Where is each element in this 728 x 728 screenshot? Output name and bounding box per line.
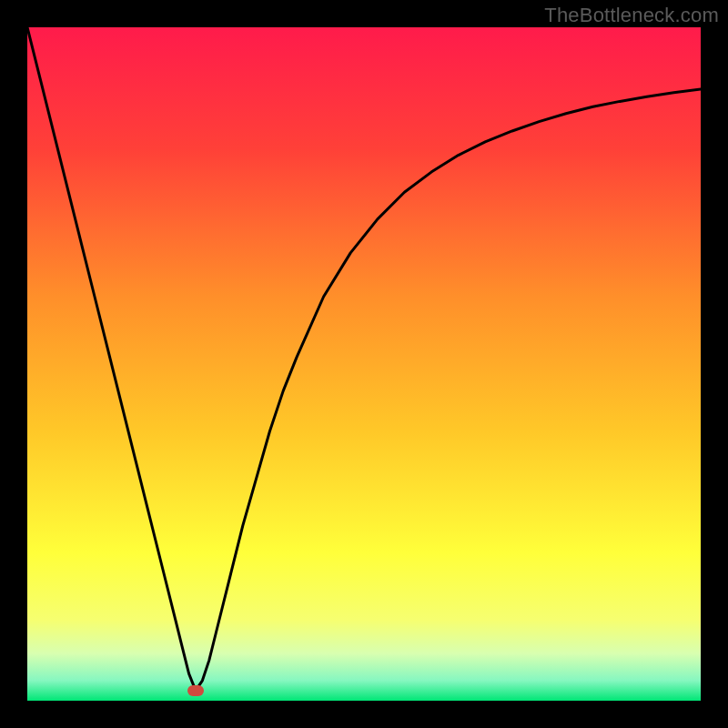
plot-area bbox=[27, 27, 701, 701]
chart-frame: TheBottleneck.com bbox=[0, 0, 728, 728]
watermark-label: TheBottleneck.com bbox=[544, 4, 719, 27]
optimal-marker bbox=[187, 685, 204, 696]
curve-layer bbox=[27, 27, 701, 701]
bottleneck-curve bbox=[27, 27, 701, 691]
